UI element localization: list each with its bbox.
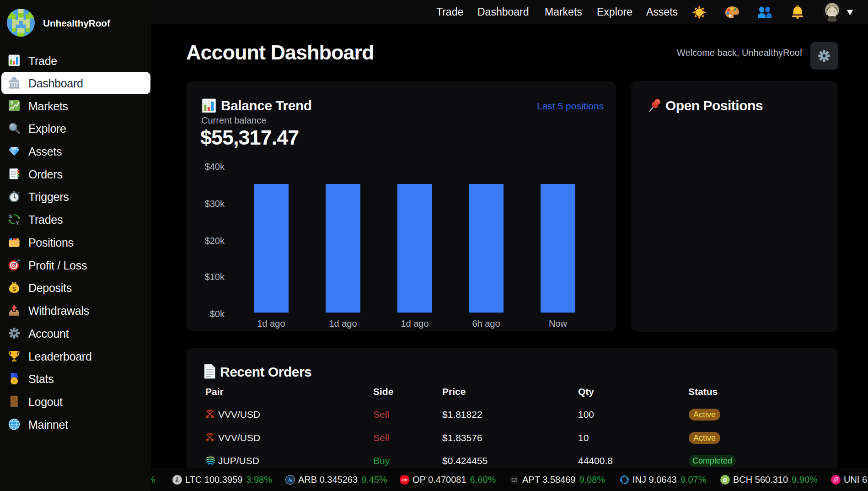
svg-text:OP: OP: [402, 478, 407, 482]
svg-text:¥: ¥: [11, 101, 13, 106]
svg-text:$: $: [12, 286, 16, 292]
svg-text:$: $: [9, 214, 12, 219]
svg-text:¥: ¥: [16, 220, 19, 225]
